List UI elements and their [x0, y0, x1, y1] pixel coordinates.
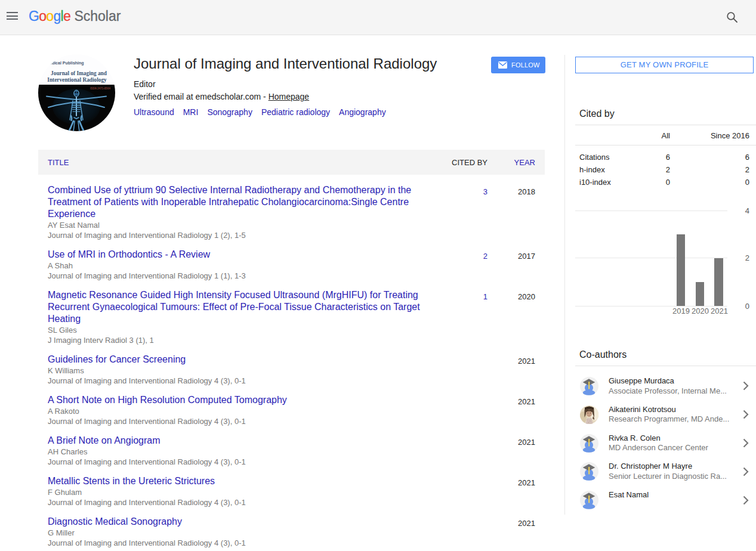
svg-text:edical Publishing: edical Publishing	[50, 61, 84, 66]
svg-text:Journal of Imaging and: Journal of Imaging and	[51, 70, 107, 76]
svg-text:Interventional Radiology: Interventional Radiology	[47, 77, 107, 83]
svg-text:ISSN 2471-8564: ISSN 2471-8564	[90, 87, 110, 90]
